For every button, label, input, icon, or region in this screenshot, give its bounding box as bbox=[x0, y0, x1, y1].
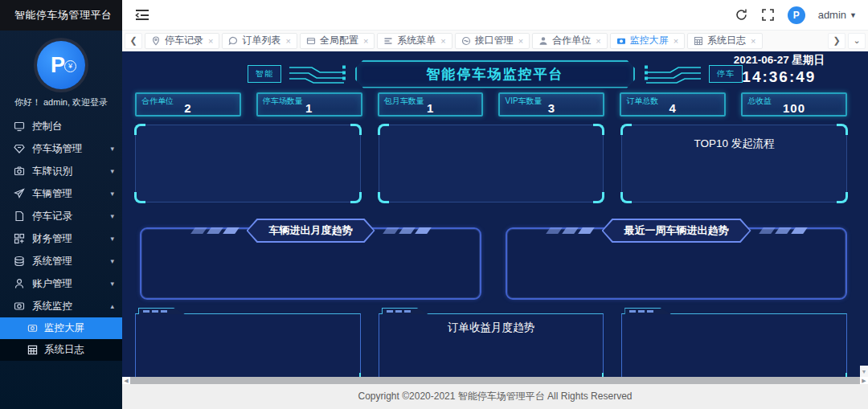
sidebar-item-vehicle[interactable]: 车辆管理 ▾ bbox=[0, 182, 122, 205]
deco-notch bbox=[624, 308, 671, 314]
tab-system-log[interactable]: 系统日志 × bbox=[687, 33, 762, 49]
stat-total-revenue: 总收益 100 bbox=[741, 92, 847, 117]
sidebar-item-monitor-screen[interactable]: 监控大屏 bbox=[0, 317, 122, 339]
tabs-menu-icon[interactable]: ⌄ bbox=[848, 33, 866, 49]
panel-chart-1 bbox=[135, 125, 361, 202]
close-icon[interactable]: × bbox=[518, 36, 523, 46]
dashboard-title: 智能停车场监控平台 bbox=[357, 65, 633, 84]
panel-weekly-inout-trend: 最近一周车辆进出趋势 bbox=[506, 227, 847, 300]
tab-parking-record[interactable]: 停车记录 × bbox=[145, 33, 219, 49]
list-icon bbox=[383, 36, 393, 46]
sidebar-item-finance[interactable]: 财务管理 ▾ bbox=[0, 227, 122, 250]
panel-monthly-inout-trend: 车辆进出月度趋势 bbox=[140, 227, 481, 300]
vertical-scrollbar-button[interactable]: ▼ bbox=[860, 366, 868, 377]
coin-icon: ¥ bbox=[64, 60, 76, 72]
tabs-scroll-left-icon[interactable]: ❮ bbox=[125, 33, 142, 49]
current-date: 2021-06-27 星期日 bbox=[734, 53, 825, 67]
parking-record-icon bbox=[14, 211, 25, 222]
stat-parking-lots: 停车场数量 1 bbox=[256, 92, 362, 117]
logo-letter: P bbox=[51, 53, 65, 78]
system-icon bbox=[14, 256, 25, 267]
close-icon[interactable]: × bbox=[440, 36, 445, 46]
stat-vip-cars: VIP车数量 3 bbox=[498, 92, 604, 117]
sidebar-item-plate-recognition[interactable]: 车牌识别 ▾ bbox=[0, 160, 122, 182]
screen-icon bbox=[27, 323, 38, 333]
circuit-trace-left bbox=[289, 63, 347, 84]
fullscreen-icon[interactable] bbox=[761, 8, 775, 22]
close-icon[interactable]: × bbox=[674, 36, 678, 46]
topbar: P admin ▼ bbox=[122, 0, 868, 31]
console-icon bbox=[14, 121, 25, 132]
tab-api-management[interactable]: 接口管理 × bbox=[455, 33, 530, 49]
person-icon bbox=[538, 36, 548, 46]
account-icon bbox=[14, 278, 25, 289]
panel-title: TOP10 发起流程 bbox=[622, 137, 846, 151]
deco-parallelograms bbox=[385, 227, 429, 234]
sidebar-item-system[interactable]: 系统管理 ▾ bbox=[0, 250, 122, 272]
panel-title: 车辆进出月度趋势 bbox=[248, 220, 374, 241]
stat-total-orders: 订单总数 4 bbox=[620, 92, 726, 117]
tab-partner-units[interactable]: 合作单位 × bbox=[532, 33, 607, 49]
scroll-right-icon[interactable]: ▶ bbox=[860, 378, 868, 384]
deco-notch bbox=[138, 308, 185, 314]
camera-icon bbox=[616, 36, 626, 46]
horizontal-scrollbar[interactable]: ◀ ▶ bbox=[122, 377, 868, 384]
user-menu[interactable]: admin ▼ bbox=[818, 9, 857, 21]
username-text: admin bbox=[818, 9, 846, 21]
deco-parallelograms bbox=[548, 227, 592, 234]
deco-parallelograms bbox=[761, 227, 805, 234]
tabs-scroll-right-icon[interactable]: ❯ bbox=[828, 33, 845, 49]
tab-system-menu[interactable]: 系统菜单 × bbox=[377, 33, 452, 49]
panel-top10-process: TOP10 发起流程 bbox=[621, 125, 847, 202]
vehicle-icon bbox=[14, 188, 25, 199]
stats-row: 合作单位 2 停车场数量 1 包月车数量 1 VIP车数量 3 订单总数 4 bbox=[135, 92, 847, 117]
log-icon bbox=[27, 345, 38, 355]
sidebar-item-parking-record[interactable]: 停车记录 ▾ bbox=[0, 205, 122, 227]
scroll-left-icon[interactable]: ◀ bbox=[122, 378, 130, 384]
footer: Copyright ©2020-2021 智能停车场管理平台 All Right… bbox=[122, 384, 868, 409]
sidebar-collapse-icon[interactable] bbox=[133, 6, 151, 24]
circuit-trace-right bbox=[643, 63, 701, 84]
datetime-block: 2021-06-27 星期日 14:36:49 bbox=[734, 53, 825, 86]
main-area: P admin ▼ ❮ 停车记录 × 订单列表 × bbox=[122, 0, 868, 409]
sidebar: 智能停车场管理平台 P ¥ 你好！ admin, 欢迎登录 控制台 停车场管理 … bbox=[0, 0, 122, 409]
sidebar-menu: 控制台 停车场管理 ▾ 车牌识别 ▾ 车辆管理 ▾ 停车记录 ▾ bbox=[0, 115, 122, 361]
close-icon[interactable]: × bbox=[285, 36, 290, 46]
profile-block: P ¥ 你好！ admin, 欢迎登录 bbox=[0, 31, 122, 108]
topbar-right: P admin ▼ bbox=[735, 6, 857, 24]
chevron-down-icon: ▼ bbox=[850, 11, 857, 19]
sidebar-item-parking-lot[interactable]: 停车场管理 ▾ bbox=[0, 137, 122, 160]
sidebar-item-console[interactable]: 控制台 bbox=[0, 115, 122, 137]
close-icon[interactable]: × bbox=[596, 36, 600, 46]
deco-parallelograms bbox=[193, 227, 237, 234]
tab-order-list[interactable]: 订单列表 × bbox=[222, 33, 297, 49]
app-logo: P ¥ bbox=[37, 41, 85, 89]
config-icon bbox=[306, 36, 316, 46]
avatar[interactable]: P bbox=[788, 6, 805, 24]
scrollbar-thumb[interactable] bbox=[130, 377, 860, 384]
dashboard-title-frame: 智能停车场监控平台 bbox=[355, 60, 635, 88]
tab-monitor-screen[interactable]: 监控大屏 × bbox=[610, 33, 685, 49]
sidebar-item-account[interactable]: 账户管理 ▾ bbox=[0, 272, 122, 295]
close-icon[interactable]: × bbox=[751, 36, 755, 46]
plate-recognition-icon bbox=[14, 166, 25, 177]
close-icon[interactable]: × bbox=[208, 36, 213, 46]
stat-monthly-cars: 包月车数量 1 bbox=[378, 92, 484, 117]
panel-chart-2 bbox=[379, 125, 604, 202]
refresh-icon[interactable] bbox=[735, 8, 748, 22]
sidebar-item-system-log[interactable]: 系统日志 bbox=[0, 339, 122, 361]
stat-partner-units: 合作单位 2 bbox=[135, 92, 241, 117]
tab-global-config[interactable]: 全局配置 × bbox=[300, 33, 375, 49]
panel-title-badge: 最近一周车辆进出趋势 bbox=[602, 219, 751, 243]
current-time: 14:36:49 bbox=[734, 68, 825, 86]
app-title: 智能停车场管理平台 bbox=[0, 0, 122, 31]
close-icon[interactable]: × bbox=[363, 36, 368, 46]
chat-icon bbox=[228, 36, 238, 46]
panel-chart-4 bbox=[621, 313, 847, 377]
monitor-dashboard: 智能 智能停车场监控平台 停车 2021-06-27 星期日 14:36:49 … bbox=[122, 51, 868, 377]
open-tabs: 停车记录 × 订单列表 × 全局配置 × 系统菜单 × bbox=[145, 33, 825, 49]
deco-notch bbox=[382, 308, 428, 314]
api-icon bbox=[461, 36, 471, 46]
panel-title: 最近一周车辆进出趋势 bbox=[604, 220, 750, 241]
sidebar-item-monitoring[interactable]: 系统监控 ▴ bbox=[0, 295, 122, 317]
